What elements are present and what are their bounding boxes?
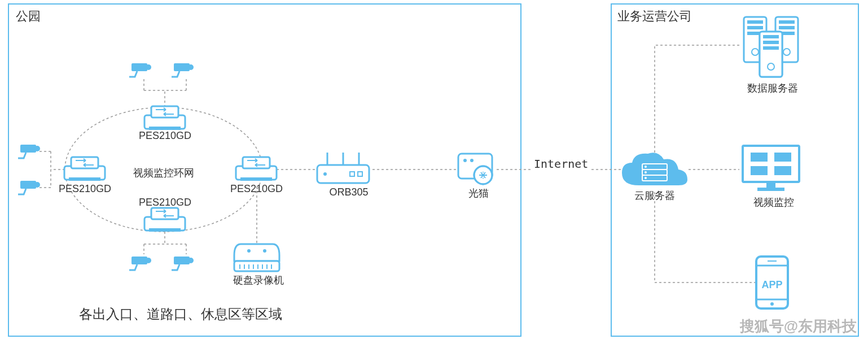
switch-right-label: PES210GD: [230, 183, 282, 195]
switch-bottom-label: PES210GD: [139, 197, 191, 208]
nvr-label: 硬盘录像机: [230, 273, 287, 287]
park-footer: 各出入口、道路口、休息区等区域: [79, 305, 282, 323]
switch-left-label: PES210GD: [59, 183, 111, 195]
data-server-label: 数据服务器: [742, 81, 804, 95]
ops-box: [611, 3, 859, 337]
ring-label: 视频监控环网: [124, 166, 203, 180]
cloud-label: 云服务器: [632, 189, 677, 202]
modem-label: 光猫: [462, 186, 496, 200]
ops-title: 业务运营公司: [617, 8, 692, 25]
switch-top-label: PES210GD: [139, 130, 191, 142]
park-title: 公园: [16, 8, 41, 25]
router-label: ORB305: [326, 186, 371, 198]
internet-label: Internet: [532, 157, 590, 171]
video-label: 视频监控: [748, 195, 799, 209]
watermark: 搜狐号@东用科技: [740, 316, 857, 336]
